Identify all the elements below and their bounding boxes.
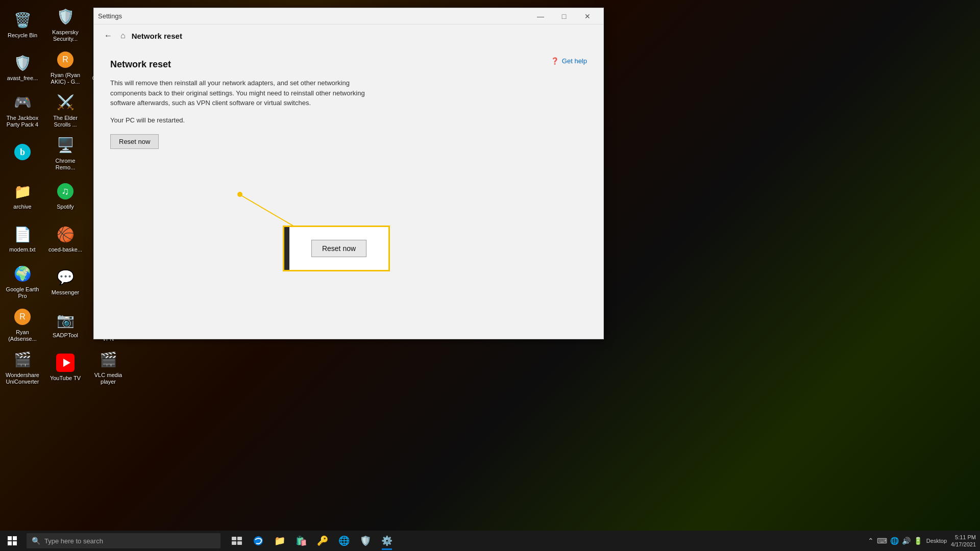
sadptool-label: SADPTool: [53, 332, 78, 339]
desktop-icon-spotify[interactable]: ♫ Spotify: [45, 176, 86, 216]
section-description: This will remove then reinstall all your…: [110, 78, 386, 108]
chevron-up-icon[interactable]: ⌃: [868, 537, 874, 545]
elder-scrolls-icon: ⚔️: [55, 92, 76, 113]
desktop-icon-sadptool[interactable]: 📷 SADPTool: [45, 304, 86, 345]
svg-rect-20: [232, 541, 236, 545]
desktop-icon-bing[interactable]: b: [2, 133, 43, 173]
taskbar-clock[interactable]: 5:11 PM 4/17/2021: [951, 534, 976, 548]
desktop: 🗑️ Recycle Bin 🛡️ avast_free... 🎮 The Ja…: [0, 0, 980, 551]
start-button[interactable]: [0, 531, 24, 551]
wondershare-icon: 🎬: [12, 349, 33, 370]
taskbar: 🔍 Type here to search 📁 🛍️ 🔑 🌐 🛡️ ⚙️: [0, 531, 980, 551]
svg-text:R: R: [62, 55, 68, 64]
desktop-icon-recycle-bin[interactable]: 🗑️ Recycle Bin: [2, 4, 43, 45]
network-icon[interactable]: 🌐: [890, 537, 899, 545]
annotation-dot: [237, 192, 242, 197]
chrome-remote-label: Chrome Remo...: [47, 158, 84, 171]
ryan-akic-icon: R: [55, 49, 76, 70]
window-titlebar: Settings — □ ✕: [94, 8, 603, 24]
spotify-icon: ♫: [55, 181, 76, 202]
window-controls: — □ ✕: [529, 8, 599, 24]
desktop-icon-elder-scrolls[interactable]: ⚔️ The Elder Scrolls ...: [45, 90, 86, 131]
taskbar-edge-button[interactable]: [248, 531, 268, 551]
minimize-button[interactable]: —: [529, 8, 552, 24]
taskbar-desktop-label: Desktop: [926, 538, 947, 544]
desktop-icon-wondershare[interactable]: 🎬 Wondershare UniConverter: [2, 347, 43, 388]
desktop-icon-ryan-adsense[interactable]: R Ryan (Adsense...: [2, 304, 43, 345]
get-help-link[interactable]: ❓ Get help: [551, 57, 587, 65]
kaspersky-icon: 🛡️: [55, 7, 76, 27]
keyboard-icon[interactable]: ⌨: [877, 537, 887, 545]
youtube-tv-label: YouTube TV: [50, 375, 81, 382]
desktop-icon-google-earth[interactable]: 🌍 Google Earth Pro: [2, 261, 43, 302]
taskbar-settings-button[interactable]: ⚙️: [377, 531, 397, 551]
desktop-icon-coed[interactable]: 🏀 coed-baske...: [45, 218, 86, 259]
spotify-label: Spotify: [57, 204, 74, 210]
taskbar-store-button[interactable]: 🛍️: [291, 531, 311, 551]
ryan-akic-label: Ryan (Ryan AKIC) - G...: [47, 72, 84, 85]
archive-icon: 📁: [12, 181, 33, 202]
coed-label: coed-baske...: [48, 246, 82, 253]
desktop-icon-avast[interactable]: 🛡️ avast_free...: [2, 47, 43, 88]
back-button[interactable]: ←: [100, 28, 116, 44]
taskbar-tray-icons: ⌃ ⌨ 🌐 🔊 🔋: [868, 537, 922, 545]
desktop-icon-modem[interactable]: 📄 modem.txt: [2, 218, 43, 259]
google-earth-icon: 🌍: [12, 264, 33, 284]
restart-notice: Your PC will be restarted.: [110, 116, 587, 124]
desktop-icon-jackbox[interactable]: 🎮 The Jackbox Party Pack 4: [2, 90, 43, 131]
desktop-icon-vlc[interactable]: 🎬 VLC media player: [88, 347, 129, 388]
nav-title: Network reset: [132, 32, 182, 40]
get-help-label: Get help: [562, 57, 587, 65]
home-icon[interactable]: ⌂: [120, 31, 126, 40]
desktop-icon-ryan-akic[interactable]: R Ryan (Ryan AKIC) - G...: [45, 47, 86, 88]
taskbar-search[interactable]: 🔍 Type here to search: [27, 533, 220, 548]
vlc-label: VLC media player: [90, 372, 127, 385]
taskbar-explorer-button[interactable]: 📁: [270, 531, 290, 551]
jackbox-icon: 🎮: [12, 92, 33, 113]
desktop-icon-youtube-tv[interactable]: YouTube TV: [45, 347, 86, 388]
bing-icon: b: [12, 142, 33, 162]
question-icon: ❓: [551, 57, 559, 65]
desktop-icon-kaspersky[interactable]: 🛡️ Kaspersky Security...: [45, 4, 86, 45]
close-button[interactable]: ✕: [576, 8, 599, 24]
coed-icon: 🏀: [55, 224, 76, 244]
search-icon: 🔍: [32, 537, 40, 545]
archive-label: archive: [13, 204, 31, 210]
svg-rect-16: [8, 541, 12, 545]
desktop-icon-archive[interactable]: 📁 archive: [2, 176, 43, 216]
svg-rect-18: [232, 537, 236, 540]
taskview-button[interactable]: [227, 531, 247, 551]
avast-label: avast_free...: [7, 75, 38, 82]
taskbar-items: 📁 🛍️ 🔑 🌐 🛡️ ⚙️: [227, 531, 397, 551]
messenger-icon: 💬: [55, 267, 76, 287]
kaspersky-label: Kaspersky Security...: [47, 29, 84, 42]
recycle-bin-label: Recycle Bin: [8, 32, 37, 39]
desktop-icons-area: 🗑️ Recycle Bin 🛡️ avast_free... 🎮 The Ja…: [0, 0, 92, 398]
avast-icon: 🛡️: [12, 53, 33, 73]
window-title: Settings: [98, 12, 122, 20]
taskbar-norton-button[interactable]: 🛡️: [355, 531, 376, 551]
taskbar-date: 4/17/2021: [951, 541, 976, 548]
window-nav: ← ⌂ Network reset: [94, 24, 603, 47]
annotation-box: Reset now: [283, 226, 390, 271]
maximize-button[interactable]: □: [552, 8, 576, 24]
reset-now-button-small[interactable]: Reset now: [110, 134, 159, 149]
svg-text:R: R: [19, 312, 26, 321]
volume-icon[interactable]: 🔊: [902, 537, 911, 545]
page-title: Network reset: [110, 59, 587, 70]
ryan-adsense-label: Ryan (Adsense...: [4, 329, 41, 342]
desktop-icon-messenger[interactable]: 💬 Messenger: [45, 261, 86, 302]
reset-now-button-large[interactable]: Reset now: [311, 240, 366, 257]
battery-icon[interactable]: 🔋: [914, 537, 922, 545]
taskbar-chrome-button[interactable]: 🌐: [334, 531, 354, 551]
wondershare-label: Wondershare UniConverter: [4, 372, 41, 385]
desktop-icon-chrome-remote[interactable]: 🖥️ Chrome Remo...: [45, 133, 86, 173]
svg-text:b: b: [20, 147, 25, 157]
svg-rect-14: [8, 536, 12, 540]
taskbar-keepass-button[interactable]: 🔑: [312, 531, 333, 551]
sadptool-icon: 📷: [55, 310, 76, 330]
taskbar-time: 5:11 PM: [951, 534, 976, 541]
svg-text:♫: ♫: [62, 185, 69, 196]
vlc-icon: 🎬: [98, 349, 118, 370]
jackbox-label: The Jackbox Party Pack 4: [4, 115, 41, 128]
